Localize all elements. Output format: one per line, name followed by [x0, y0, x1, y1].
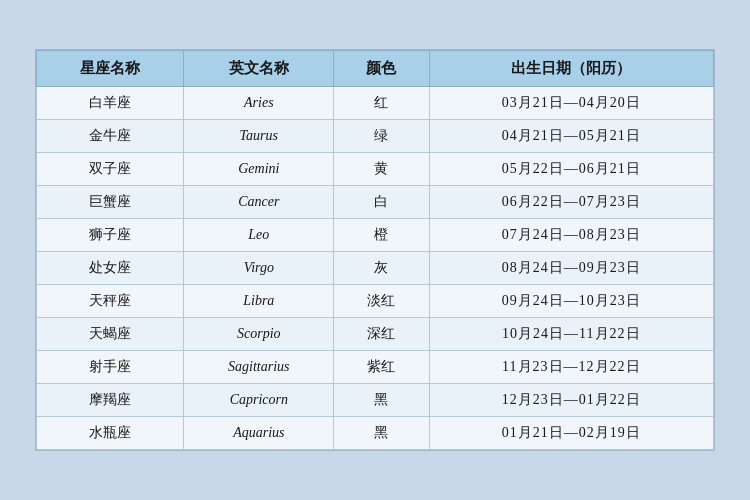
cell-color: 紫红 — [334, 351, 429, 384]
cell-dates: 11月23日—12月22日 — [429, 351, 713, 384]
cell-dates: 10月24日—11月22日 — [429, 318, 713, 351]
cell-color: 红 — [334, 87, 429, 120]
col-header-english: 英文名称 — [184, 51, 334, 87]
table-row: 水瓶座Aquarius黑01月21日—02月19日 — [37, 417, 714, 450]
cell-dates: 04月21日—05月21日 — [429, 120, 713, 153]
cell-dates: 12月23日—01月22日 — [429, 384, 713, 417]
col-header-chinese: 星座名称 — [37, 51, 184, 87]
table-row: 天秤座Libra淡红09月24日—10月23日 — [37, 285, 714, 318]
cell-color: 橙 — [334, 219, 429, 252]
cell-dates: 09月24日—10月23日 — [429, 285, 713, 318]
table-row: 摩羯座Capricorn黑12月23日—01月22日 — [37, 384, 714, 417]
zodiac-table-container: 星座名称 英文名称 颜色 出生日期（阳历） 白羊座Aries红03月21日—04… — [35, 49, 715, 451]
cell-english: Aquarius — [184, 417, 334, 450]
col-header-color: 颜色 — [334, 51, 429, 87]
cell-chinese: 狮子座 — [37, 219, 184, 252]
cell-color: 白 — [334, 186, 429, 219]
cell-chinese: 水瓶座 — [37, 417, 184, 450]
table-row: 白羊座Aries红03月21日—04月20日 — [37, 87, 714, 120]
cell-chinese: 白羊座 — [37, 87, 184, 120]
cell-english: Aries — [184, 87, 334, 120]
table-row: 金牛座Taurus绿04月21日—05月21日 — [37, 120, 714, 153]
zodiac-table: 星座名称 英文名称 颜色 出生日期（阳历） 白羊座Aries红03月21日—04… — [36, 50, 714, 450]
cell-chinese: 巨蟹座 — [37, 186, 184, 219]
cell-dates: 01月21日—02月19日 — [429, 417, 713, 450]
table-row: 巨蟹座Cancer白06月22日—07月23日 — [37, 186, 714, 219]
cell-english: Cancer — [184, 186, 334, 219]
cell-english: Taurus — [184, 120, 334, 153]
cell-dates: 08月24日—09月23日 — [429, 252, 713, 285]
cell-dates: 03月21日—04月20日 — [429, 87, 713, 120]
cell-chinese: 天蝎座 — [37, 318, 184, 351]
cell-dates: 05月22日—06月21日 — [429, 153, 713, 186]
cell-dates: 07月24日—08月23日 — [429, 219, 713, 252]
cell-color: 深红 — [334, 318, 429, 351]
cell-chinese: 摩羯座 — [37, 384, 184, 417]
table-row: 双子座Gemini黄05月22日—06月21日 — [37, 153, 714, 186]
cell-chinese: 金牛座 — [37, 120, 184, 153]
cell-english: Gemini — [184, 153, 334, 186]
cell-english: Leo — [184, 219, 334, 252]
cell-english: Virgo — [184, 252, 334, 285]
table-header-row: 星座名称 英文名称 颜色 出生日期（阳历） — [37, 51, 714, 87]
cell-english: Scorpio — [184, 318, 334, 351]
cell-dates: 06月22日—07月23日 — [429, 186, 713, 219]
cell-color: 灰 — [334, 252, 429, 285]
table-body: 白羊座Aries红03月21日—04月20日金牛座Taurus绿04月21日—0… — [37, 87, 714, 450]
cell-color: 黑 — [334, 417, 429, 450]
col-header-dates: 出生日期（阳历） — [429, 51, 713, 87]
cell-chinese: 射手座 — [37, 351, 184, 384]
cell-english: Libra — [184, 285, 334, 318]
cell-chinese: 处女座 — [37, 252, 184, 285]
cell-chinese: 双子座 — [37, 153, 184, 186]
cell-color: 黄 — [334, 153, 429, 186]
cell-chinese: 天秤座 — [37, 285, 184, 318]
table-row: 处女座Virgo灰08月24日—09月23日 — [37, 252, 714, 285]
table-row: 狮子座Leo橙07月24日—08月23日 — [37, 219, 714, 252]
cell-color: 黑 — [334, 384, 429, 417]
cell-english: Capricorn — [184, 384, 334, 417]
cell-english: Sagittarius — [184, 351, 334, 384]
cell-color: 淡红 — [334, 285, 429, 318]
table-row: 天蝎座Scorpio深红10月24日—11月22日 — [37, 318, 714, 351]
cell-color: 绿 — [334, 120, 429, 153]
table-row: 射手座Sagittarius紫红11月23日—12月22日 — [37, 351, 714, 384]
